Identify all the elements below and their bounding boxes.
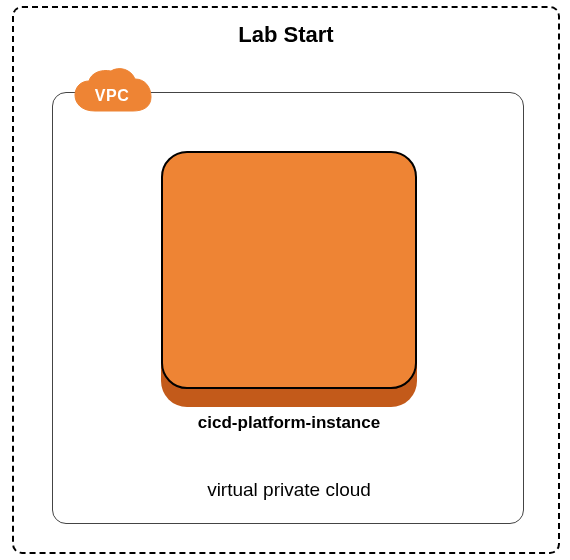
instance-label: cicd-platform-instance: [53, 413, 525, 433]
compute-instance: [161, 151, 417, 407]
vpc-label: virtual private cloud: [53, 479, 525, 501]
vpc-container: VPC cicd-platform-instance virtual priva…: [52, 92, 524, 524]
lab-boundary: Lab Start VPC cicd-platform-instance vir…: [12, 6, 560, 554]
vpc-cloud-icon: VPC: [71, 67, 153, 119]
diagram-title: Lab Start: [14, 22, 558, 48]
instance-face: [161, 151, 417, 389]
vpc-badge-label: VPC: [71, 67, 153, 119]
